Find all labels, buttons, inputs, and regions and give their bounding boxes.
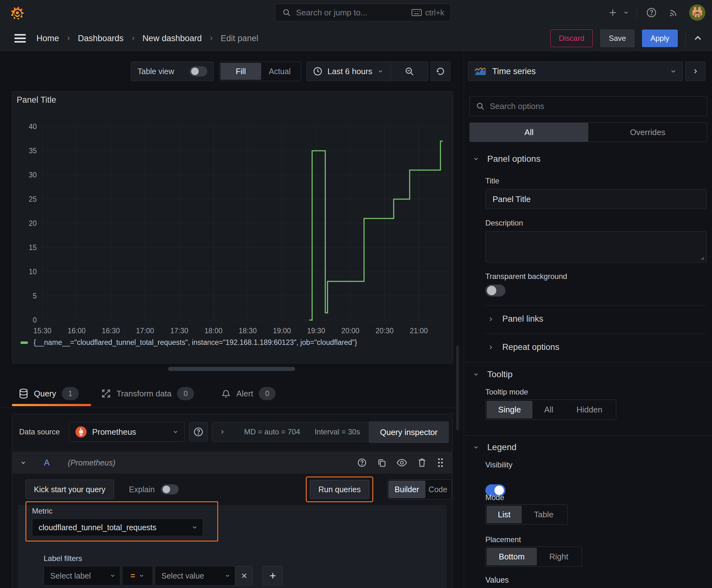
- tab-query[interactable]: Query 1: [19, 382, 79, 405]
- table-view-toggle[interactable]: [190, 66, 207, 76]
- query-help-icon[interactable]: [357, 458, 367, 467]
- tab-transform-count: 0: [177, 387, 194, 400]
- query-row-header[interactable]: A (Prometheus): [13, 452, 452, 474]
- toggle-pane-button[interactable]: [685, 62, 706, 81]
- visibility-label: Visibility: [486, 460, 512, 469]
- news-icon[interactable]: [667, 6, 680, 19]
- eye-icon[interactable]: [397, 459, 407, 466]
- title-input[interactable]: Panel Title: [486, 189, 707, 209]
- time-chevron-down-icon[interactable]: [377, 68, 384, 75]
- editor-tabs: Query 1 Transform data 0 Alert 0: [0, 382, 461, 408]
- svg-text:15: 15: [28, 244, 37, 252]
- operator-dropdown[interactable]: =: [122, 566, 153, 586]
- repeat-options-chevron-right-icon: [488, 344, 494, 350]
- options-search[interactable]: Search options: [469, 96, 707, 116]
- table-view-label: Table view: [137, 67, 174, 76]
- run-queries-button[interactable]: Run queries: [310, 480, 369, 499]
- remove-filter-button[interactable]: [236, 566, 253, 586]
- fill-option[interactable]: Fill: [220, 63, 261, 80]
- discard-button[interactable]: Discard: [550, 29, 593, 47]
- tab-alert[interactable]: Alert 0: [221, 382, 276, 405]
- values-hint: Select values or calculations to show in…: [486, 587, 641, 588]
- kick-start-button[interactable]: Kick start your query: [25, 480, 114, 499]
- breadcrumb-home[interactable]: Home: [37, 34, 59, 43]
- query-ref-id[interactable]: A: [44, 458, 50, 468]
- add-filter-button[interactable]: [263, 566, 283, 586]
- chevron-down-icon[interactable]: [623, 9, 629, 16]
- visualization-picker[interactable]: Time series: [468, 62, 683, 81]
- duplicate-icon[interactable]: [377, 458, 386, 467]
- panel-resize-handle[interactable]: [168, 367, 295, 371]
- breadcrumb-new-dashboard[interactable]: New dashboard: [143, 34, 202, 43]
- select-label-dropdown[interactable]: Select label: [44, 566, 120, 586]
- datasource-help-button[interactable]: [189, 422, 208, 442]
- help-icon[interactable]: [645, 6, 658, 19]
- topbar-actions: [606, 4, 706, 21]
- mode-table-option[interactable]: Table: [522, 506, 566, 523]
- grafana-logo-icon[interactable]: [9, 4, 26, 21]
- metric-select[interactable]: cloudflared_tunnel_total_requests: [32, 519, 203, 536]
- svg-text:20:00: 20:00: [341, 327, 360, 335]
- label-filters-row: Select label = Select value: [44, 566, 283, 586]
- svg-text:0: 0: [33, 316, 37, 324]
- panel-links-title: Panel links: [502, 314, 543, 324]
- panel-title[interactable]: Panel Title: [17, 95, 56, 105]
- avatar[interactable]: [689, 4, 706, 21]
- trash-icon[interactable]: [417, 458, 426, 467]
- fill-actual-segment: Fill Actual: [219, 62, 301, 81]
- tooltip-single-option[interactable]: Single: [487, 401, 533, 418]
- tooltip-header[interactable]: Tooltip: [473, 370, 513, 379]
- time-series-chart[interactable]: 051015202530354015:3016:0016:3017:0017:3…: [12, 91, 452, 336]
- menu-icon[interactable]: [12, 31, 28, 45]
- refresh-button[interactable]: [430, 62, 451, 81]
- svg-text:19:30: 19:30: [307, 327, 325, 335]
- svg-text:16:00: 16:00: [67, 327, 86, 335]
- options-expand-icon[interactable]: [219, 429, 225, 435]
- placement-right-option[interactable]: Right: [537, 548, 581, 565]
- tab-all[interactable]: All: [470, 123, 588, 142]
- panel-options-header[interactable]: Panel options: [473, 154, 541, 164]
- add-icon[interactable]: [606, 6, 620, 19]
- explain-toggle[interactable]: [161, 484, 179, 495]
- svg-text:20: 20: [28, 219, 37, 227]
- breadcrumb-dashboards[interactable]: Dashboards: [78, 34, 124, 43]
- query-options-interval: Interval = 30s: [315, 427, 360, 436]
- builder-option[interactable]: Builder: [388, 481, 425, 498]
- legend-header[interactable]: Legend: [473, 442, 516, 452]
- placement-bottom-option[interactable]: Bottom: [487, 548, 537, 565]
- divider: [485, 305, 707, 306]
- mode-list-option[interactable]: List: [487, 506, 522, 523]
- zoom-out-icon[interactable]: [391, 66, 428, 76]
- select-value-dropdown[interactable]: Select value: [155, 566, 235, 586]
- actual-option[interactable]: Actual: [261, 63, 298, 80]
- tab-transform-label: Transform data: [116, 389, 171, 399]
- query-options-bar[interactable]: MD = auto = 704 Interval = 30s Query ins…: [212, 422, 449, 442]
- description-textarea[interactable]: [486, 231, 707, 262]
- code-option[interactable]: Code: [425, 481, 451, 498]
- datasource-value: Prometheus: [92, 427, 136, 437]
- nav-bar: Home Dashboards New dashboard Edit panel…: [0, 25, 712, 52]
- save-button[interactable]: Save: [600, 29, 634, 47]
- select-label-chevron-down-icon: [110, 573, 115, 579]
- svg-text:35: 35: [28, 147, 37, 155]
- tab-overrides[interactable]: Overrides: [588, 123, 707, 142]
- legend-chevron-down-icon: [473, 444, 479, 450]
- transparent-bg-toggle[interactable]: [486, 285, 505, 296]
- legend-label[interactable]: {__name__="cloudflared_tunnel_total_requ…: [34, 338, 357, 347]
- operator-value: =: [131, 571, 135, 581]
- panel-links-header[interactable]: Panel links: [488, 314, 543, 324]
- query-inspector-button[interactable]: Query inspector: [369, 422, 449, 443]
- placement-label: Placement: [486, 535, 521, 544]
- query-collapse-icon[interactable]: [20, 460, 26, 466]
- tooltip-all-option[interactable]: All: [533, 401, 565, 418]
- svg-text:20:30: 20:30: [375, 327, 394, 335]
- drag-handle-icon[interactable]: [437, 458, 444, 467]
- repeat-options-header[interactable]: Repeat options: [488, 342, 559, 352]
- tooltip-hidden-option[interactable]: Hidden: [565, 401, 614, 418]
- tab-transform[interactable]: Transform data 0: [102, 382, 194, 405]
- collapse-up-icon[interactable]: [693, 34, 703, 43]
- datasource-picker[interactable]: Prometheus: [69, 422, 185, 442]
- apply-button[interactable]: Apply: [642, 29, 678, 47]
- global-search[interactable]: Search or jump to... ctrl+k: [275, 4, 451, 21]
- time-range-label[interactable]: Last 6 hours: [327, 67, 372, 76]
